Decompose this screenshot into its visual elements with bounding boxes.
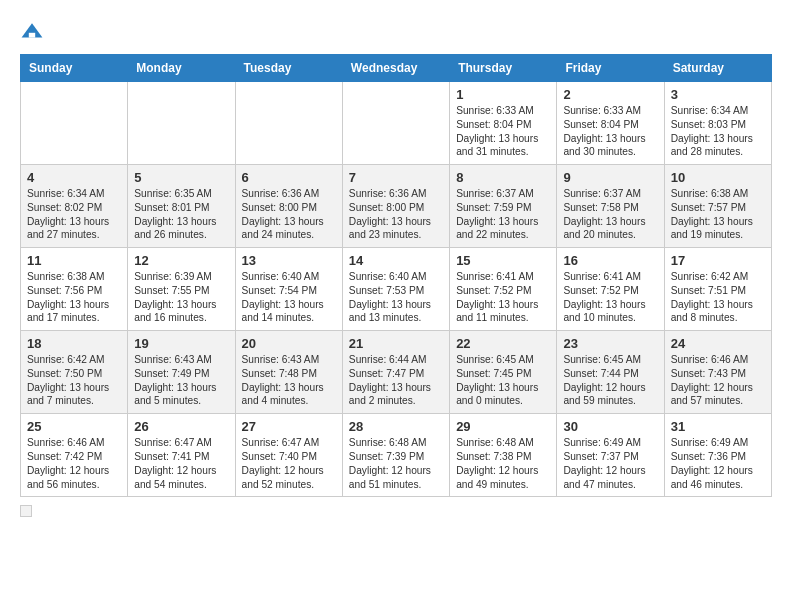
day-info: Sunrise: 6:42 AM Sunset: 7:51 PM Dayligh…: [671, 270, 765, 325]
day-number: 8: [456, 170, 550, 185]
calendar-day-cell: 6Sunrise: 6:36 AM Sunset: 8:00 PM Daylig…: [235, 165, 342, 248]
day-info: Sunrise: 6:42 AM Sunset: 7:50 PM Dayligh…: [27, 353, 121, 408]
day-number: 18: [27, 336, 121, 351]
calendar-table: SundayMondayTuesdayWednesdayThursdayFrid…: [20, 54, 772, 497]
day-number: 20: [242, 336, 336, 351]
calendar-day-cell: 22Sunrise: 6:45 AM Sunset: 7:45 PM Dayli…: [450, 331, 557, 414]
day-info: Sunrise: 6:34 AM Sunset: 8:03 PM Dayligh…: [671, 104, 765, 159]
calendar-day-cell: 9Sunrise: 6:37 AM Sunset: 7:58 PM Daylig…: [557, 165, 664, 248]
day-info: Sunrise: 6:41 AM Sunset: 7:52 PM Dayligh…: [456, 270, 550, 325]
calendar-day-cell: 4Sunrise: 6:34 AM Sunset: 8:02 PM Daylig…: [21, 165, 128, 248]
calendar-day-cell: [21, 82, 128, 165]
day-info: Sunrise: 6:33 AM Sunset: 8:04 PM Dayligh…: [563, 104, 657, 159]
calendar-week-row: 11Sunrise: 6:38 AM Sunset: 7:56 PM Dayli…: [21, 248, 772, 331]
day-info: Sunrise: 6:37 AM Sunset: 7:59 PM Dayligh…: [456, 187, 550, 242]
calendar-day-cell: 18Sunrise: 6:42 AM Sunset: 7:50 PM Dayli…: [21, 331, 128, 414]
calendar-day-cell: [128, 82, 235, 165]
day-number: 4: [27, 170, 121, 185]
calendar-day-cell: 8Sunrise: 6:37 AM Sunset: 7:59 PM Daylig…: [450, 165, 557, 248]
calendar-day-cell: 12Sunrise: 6:39 AM Sunset: 7:55 PM Dayli…: [128, 248, 235, 331]
day-number: 5: [134, 170, 228, 185]
day-number: 29: [456, 419, 550, 434]
logo: [20, 20, 46, 44]
calendar-week-row: 1Sunrise: 6:33 AM Sunset: 8:04 PM Daylig…: [21, 82, 772, 165]
calendar-day-cell: 19Sunrise: 6:43 AM Sunset: 7:49 PM Dayli…: [128, 331, 235, 414]
calendar-day-cell: 13Sunrise: 6:40 AM Sunset: 7:54 PM Dayli…: [235, 248, 342, 331]
calendar-footer: [20, 505, 772, 517]
day-number: 26: [134, 419, 228, 434]
day-number: 9: [563, 170, 657, 185]
day-number: 22: [456, 336, 550, 351]
day-info: Sunrise: 6:48 AM Sunset: 7:39 PM Dayligh…: [349, 436, 443, 491]
calendar-day-cell: 3Sunrise: 6:34 AM Sunset: 8:03 PM Daylig…: [664, 82, 771, 165]
day-number: 27: [242, 419, 336, 434]
day-number: 3: [671, 87, 765, 102]
daylight-indicator: [20, 505, 32, 517]
day-number: 2: [563, 87, 657, 102]
day-info: Sunrise: 6:48 AM Sunset: 7:38 PM Dayligh…: [456, 436, 550, 491]
day-info: Sunrise: 6:33 AM Sunset: 8:04 PM Dayligh…: [456, 104, 550, 159]
day-info: Sunrise: 6:46 AM Sunset: 7:42 PM Dayligh…: [27, 436, 121, 491]
calendar-day-cell: 25Sunrise: 6:46 AM Sunset: 7:42 PM Dayli…: [21, 414, 128, 497]
calendar-weekday-header: Monday: [128, 55, 235, 82]
calendar-day-cell: 15Sunrise: 6:41 AM Sunset: 7:52 PM Dayli…: [450, 248, 557, 331]
day-number: 1: [456, 87, 550, 102]
logo-icon: [20, 20, 44, 44]
calendar-day-cell: 17Sunrise: 6:42 AM Sunset: 7:51 PM Dayli…: [664, 248, 771, 331]
calendar-day-cell: 26Sunrise: 6:47 AM Sunset: 7:41 PM Dayli…: [128, 414, 235, 497]
day-number: 17: [671, 253, 765, 268]
calendar-weekday-header: Wednesday: [342, 55, 449, 82]
day-info: Sunrise: 6:37 AM Sunset: 7:58 PM Dayligh…: [563, 187, 657, 242]
calendar-day-cell: 7Sunrise: 6:36 AM Sunset: 8:00 PM Daylig…: [342, 165, 449, 248]
calendar-header-row: SundayMondayTuesdayWednesdayThursdayFrid…: [21, 55, 772, 82]
calendar-day-cell: 21Sunrise: 6:44 AM Sunset: 7:47 PM Dayli…: [342, 331, 449, 414]
day-info: Sunrise: 6:34 AM Sunset: 8:02 PM Dayligh…: [27, 187, 121, 242]
day-info: Sunrise: 6:40 AM Sunset: 7:53 PM Dayligh…: [349, 270, 443, 325]
day-number: 19: [134, 336, 228, 351]
day-info: Sunrise: 6:49 AM Sunset: 7:36 PM Dayligh…: [671, 436, 765, 491]
day-number: 10: [671, 170, 765, 185]
day-info: Sunrise: 6:49 AM Sunset: 7:37 PM Dayligh…: [563, 436, 657, 491]
calendar-day-cell: 10Sunrise: 6:38 AM Sunset: 7:57 PM Dayli…: [664, 165, 771, 248]
day-info: Sunrise: 6:43 AM Sunset: 7:49 PM Dayligh…: [134, 353, 228, 408]
day-number: 21: [349, 336, 443, 351]
day-info: Sunrise: 6:39 AM Sunset: 7:55 PM Dayligh…: [134, 270, 228, 325]
day-info: Sunrise: 6:35 AM Sunset: 8:01 PM Dayligh…: [134, 187, 228, 242]
calendar-day-cell: 11Sunrise: 6:38 AM Sunset: 7:56 PM Dayli…: [21, 248, 128, 331]
calendar-day-cell: [235, 82, 342, 165]
day-info: Sunrise: 6:43 AM Sunset: 7:48 PM Dayligh…: [242, 353, 336, 408]
calendar-weekday-header: Friday: [557, 55, 664, 82]
day-number: 30: [563, 419, 657, 434]
calendar-weekday-header: Sunday: [21, 55, 128, 82]
calendar-week-row: 25Sunrise: 6:46 AM Sunset: 7:42 PM Dayli…: [21, 414, 772, 497]
day-info: Sunrise: 6:45 AM Sunset: 7:45 PM Dayligh…: [456, 353, 550, 408]
calendar-day-cell: 20Sunrise: 6:43 AM Sunset: 7:48 PM Dayli…: [235, 331, 342, 414]
day-number: 25: [27, 419, 121, 434]
day-number: 31: [671, 419, 765, 434]
day-info: Sunrise: 6:46 AM Sunset: 7:43 PM Dayligh…: [671, 353, 765, 408]
calendar-day-cell: 31Sunrise: 6:49 AM Sunset: 7:36 PM Dayli…: [664, 414, 771, 497]
day-number: 14: [349, 253, 443, 268]
calendar-day-cell: 5Sunrise: 6:35 AM Sunset: 8:01 PM Daylig…: [128, 165, 235, 248]
day-info: Sunrise: 6:38 AM Sunset: 7:57 PM Dayligh…: [671, 187, 765, 242]
day-number: 6: [242, 170, 336, 185]
day-info: Sunrise: 6:47 AM Sunset: 7:41 PM Dayligh…: [134, 436, 228, 491]
day-info: Sunrise: 6:40 AM Sunset: 7:54 PM Dayligh…: [242, 270, 336, 325]
calendar-day-cell: 27Sunrise: 6:47 AM Sunset: 7:40 PM Dayli…: [235, 414, 342, 497]
day-info: Sunrise: 6:41 AM Sunset: 7:52 PM Dayligh…: [563, 270, 657, 325]
day-info: Sunrise: 6:45 AM Sunset: 7:44 PM Dayligh…: [563, 353, 657, 408]
calendar-weekday-header: Tuesday: [235, 55, 342, 82]
calendar-day-cell: 2Sunrise: 6:33 AM Sunset: 8:04 PM Daylig…: [557, 82, 664, 165]
day-info: Sunrise: 6:36 AM Sunset: 8:00 PM Dayligh…: [349, 187, 443, 242]
day-info: Sunrise: 6:38 AM Sunset: 7:56 PM Dayligh…: [27, 270, 121, 325]
day-number: 24: [671, 336, 765, 351]
calendar-day-cell: 24Sunrise: 6:46 AM Sunset: 7:43 PM Dayli…: [664, 331, 771, 414]
calendar-day-cell: 1Sunrise: 6:33 AM Sunset: 8:04 PM Daylig…: [450, 82, 557, 165]
day-info: Sunrise: 6:47 AM Sunset: 7:40 PM Dayligh…: [242, 436, 336, 491]
svg-rect-1: [29, 33, 35, 38]
page-header: [20, 20, 772, 44]
day-number: 13: [242, 253, 336, 268]
day-number: 23: [563, 336, 657, 351]
calendar-weekday-header: Saturday: [664, 55, 771, 82]
calendar-day-cell: 16Sunrise: 6:41 AM Sunset: 7:52 PM Dayli…: [557, 248, 664, 331]
